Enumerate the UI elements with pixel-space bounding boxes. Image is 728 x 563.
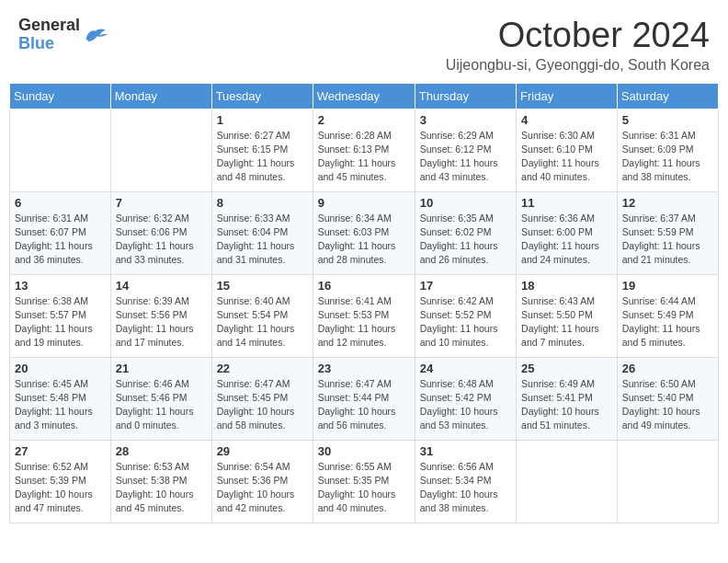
calendar-cell: [517, 440, 618, 523]
calendar-cell: 9Sunrise: 6:34 AM Sunset: 6:03 PM Daylig…: [313, 191, 415, 274]
logo-bird-icon: [82, 26, 109, 44]
day-number: 14: [116, 279, 207, 293]
calendar-cell: 1Sunrise: 6:27 AM Sunset: 6:15 PM Daylig…: [211, 109, 313, 191]
day-number: 6: [15, 196, 106, 210]
day-info: Sunrise: 6:29 AM Sunset: 6:12 PM Dayligh…: [420, 129, 511, 185]
calendar-cell: 28Sunrise: 6:53 AM Sunset: 5:38 PM Dayli…: [110, 440, 211, 523]
calendar-cell: 22Sunrise: 6:47 AM Sunset: 5:45 PM Dayli…: [211, 357, 313, 440]
day-info: Sunrise: 6:33 AM Sunset: 6:04 PM Dayligh…: [217, 212, 308, 268]
day-number: 17: [420, 279, 511, 293]
calendar-cell: 11Sunrise: 6:36 AM Sunset: 6:00 PM Dayli…: [517, 191, 618, 274]
calendar-cell: 19Sunrise: 6:44 AM Sunset: 5:49 PM Dayli…: [617, 274, 718, 357]
day-number: 30: [318, 444, 410, 458]
day-info: Sunrise: 6:54 AM Sunset: 5:36 PM Dayligh…: [217, 460, 308, 516]
day-info: Sunrise: 6:39 AM Sunset: 5:56 PM Dayligh…: [116, 294, 207, 350]
day-number: 26: [622, 362, 713, 375]
day-info: Sunrise: 6:41 AM Sunset: 5:53 PM Dayligh…: [318, 294, 410, 350]
calendar-cell: 30Sunrise: 6:55 AM Sunset: 5:35 PM Dayli…: [313, 440, 415, 523]
day-info: Sunrise: 6:53 AM Sunset: 5:38 PM Dayligh…: [116, 460, 207, 516]
calendar-cell: [10, 109, 111, 191]
calendar-week-4: 20Sunrise: 6:45 AM Sunset: 5:48 PM Dayli…: [10, 357, 719, 440]
calendar-cell: 17Sunrise: 6:42 AM Sunset: 5:52 PM Dayli…: [415, 274, 516, 357]
calendar-week-5: 27Sunrise: 6:52 AM Sunset: 5:39 PM Dayli…: [10, 440, 719, 523]
calendar-week-2: 6Sunrise: 6:31 AM Sunset: 6:07 PM Daylig…: [10, 191, 719, 274]
day-number: 27: [15, 444, 106, 458]
day-info: Sunrise: 6:44 AM Sunset: 5:49 PM Dayligh…: [622, 294, 713, 350]
day-number: 25: [521, 362, 612, 375]
day-number: 9: [318, 196, 410, 210]
day-number: 16: [318, 279, 410, 293]
calendar-cell: 31Sunrise: 6:56 AM Sunset: 5:34 PM Dayli…: [415, 440, 516, 523]
column-header-sunday: Sunday: [10, 83, 111, 109]
day-info: Sunrise: 6:32 AM Sunset: 6:06 PM Dayligh…: [116, 212, 207, 268]
day-number: 12: [622, 196, 713, 210]
day-info: Sunrise: 6:46 AM Sunset: 5:46 PM Dayligh…: [116, 377, 207, 433]
day-info: Sunrise: 6:28 AM Sunset: 6:13 PM Dayligh…: [318, 129, 410, 185]
month-title: October 2024: [446, 17, 710, 55]
day-info: Sunrise: 6:37 AM Sunset: 5:59 PM Dayligh…: [622, 212, 713, 268]
calendar-cell: 4Sunrise: 6:30 AM Sunset: 6:10 PM Daylig…: [517, 109, 618, 191]
day-number: 15: [217, 279, 308, 293]
calendar-cell: 5Sunrise: 6:31 AM Sunset: 6:09 PM Daylig…: [617, 109, 718, 191]
calendar-cell: 16Sunrise: 6:41 AM Sunset: 5:53 PM Dayli…: [313, 274, 415, 357]
calendar-cell: 29Sunrise: 6:54 AM Sunset: 5:36 PM Dayli…: [211, 440, 313, 523]
day-number: 29: [217, 444, 308, 458]
calendar-cell: 15Sunrise: 6:40 AM Sunset: 5:54 PM Dayli…: [211, 274, 313, 357]
day-info: Sunrise: 6:45 AM Sunset: 5:48 PM Dayligh…: [15, 377, 106, 433]
day-number: 13: [15, 279, 106, 293]
title-block: October 2024 Uijeongbu-si, Gyeonggi-do, …: [446, 17, 710, 74]
day-info: Sunrise: 6:55 AM Sunset: 5:35 PM Dayligh…: [318, 460, 410, 516]
day-number: 18: [521, 279, 612, 293]
day-number: 1: [217, 113, 308, 127]
day-number: 10: [420, 196, 511, 210]
calendar-cell: 18Sunrise: 6:43 AM Sunset: 5:50 PM Dayli…: [517, 274, 618, 357]
logo-general-text: General: [18, 17, 80, 35]
day-info: Sunrise: 6:47 AM Sunset: 5:45 PM Dayligh…: [217, 377, 308, 433]
day-number: 19: [622, 279, 713, 293]
calendar-cell: 7Sunrise: 6:32 AM Sunset: 6:06 PM Daylig…: [110, 191, 211, 274]
day-number: 20: [15, 362, 106, 375]
calendar-cell: [110, 109, 211, 191]
day-info: Sunrise: 6:56 AM Sunset: 5:34 PM Dayligh…: [420, 460, 511, 516]
column-header-thursday: Thursday: [415, 83, 516, 109]
calendar-header-row: SundayMondayTuesdayWednesdayThursdayFrid…: [10, 83, 719, 109]
day-info: Sunrise: 6:38 AM Sunset: 5:57 PM Dayligh…: [15, 294, 106, 350]
calendar-week-3: 13Sunrise: 6:38 AM Sunset: 5:57 PM Dayli…: [10, 274, 719, 357]
day-info: Sunrise: 6:27 AM Sunset: 6:15 PM Dayligh…: [217, 129, 308, 185]
day-info: Sunrise: 6:42 AM Sunset: 5:52 PM Dayligh…: [420, 294, 511, 350]
calendar-cell: 26Sunrise: 6:50 AM Sunset: 5:40 PM Dayli…: [617, 357, 718, 440]
calendar-cell: 21Sunrise: 6:46 AM Sunset: 5:46 PM Dayli…: [110, 357, 211, 440]
day-number: 7: [116, 196, 207, 210]
page-header: General Blue October 2024 Uijeongbu-si, …: [9, 9, 719, 77]
calendar-cell: [617, 440, 718, 523]
calendar-week-1: 1Sunrise: 6:27 AM Sunset: 6:15 PM Daylig…: [10, 109, 719, 191]
day-info: Sunrise: 6:36 AM Sunset: 6:00 PM Dayligh…: [521, 212, 612, 268]
day-info: Sunrise: 6:35 AM Sunset: 6:02 PM Dayligh…: [420, 212, 511, 268]
day-number: 28: [116, 444, 207, 458]
column-header-tuesday: Tuesday: [211, 83, 313, 109]
day-info: Sunrise: 6:40 AM Sunset: 5:54 PM Dayligh…: [217, 294, 308, 350]
day-info: Sunrise: 6:52 AM Sunset: 5:39 PM Dayligh…: [15, 460, 106, 516]
day-number: 3: [420, 113, 511, 127]
calendar-cell: 2Sunrise: 6:28 AM Sunset: 6:13 PM Daylig…: [313, 109, 415, 191]
day-number: 21: [116, 362, 207, 375]
calendar-cell: 12Sunrise: 6:37 AM Sunset: 5:59 PM Dayli…: [617, 191, 718, 274]
day-number: 31: [420, 444, 511, 458]
day-number: 22: [217, 362, 308, 375]
calendar-cell: 24Sunrise: 6:48 AM Sunset: 5:42 PM Dayli…: [415, 357, 516, 440]
calendar-cell: 20Sunrise: 6:45 AM Sunset: 5:48 PM Dayli…: [10, 357, 111, 440]
day-number: 4: [521, 113, 612, 127]
day-number: 24: [420, 362, 511, 375]
day-info: Sunrise: 6:31 AM Sunset: 6:07 PM Dayligh…: [15, 212, 106, 268]
calendar-cell: 23Sunrise: 6:47 AM Sunset: 5:44 PM Dayli…: [313, 357, 415, 440]
day-number: 2: [318, 113, 410, 127]
calendar-cell: 3Sunrise: 6:29 AM Sunset: 6:12 PM Daylig…: [415, 109, 516, 191]
calendar-table: SundayMondayTuesdayWednesdayThursdayFrid…: [9, 83, 719, 523]
day-number: 8: [217, 196, 308, 210]
calendar-cell: 6Sunrise: 6:31 AM Sunset: 6:07 PM Daylig…: [10, 191, 111, 274]
column-header-saturday: Saturday: [617, 83, 718, 109]
column-header-monday: Monday: [110, 83, 211, 109]
location-subtitle: Uijeongbu-si, Gyeonggi-do, South Korea: [446, 57, 710, 74]
day-info: Sunrise: 6:34 AM Sunset: 6:03 PM Dayligh…: [318, 212, 410, 268]
day-info: Sunrise: 6:50 AM Sunset: 5:40 PM Dayligh…: [622, 377, 713, 433]
